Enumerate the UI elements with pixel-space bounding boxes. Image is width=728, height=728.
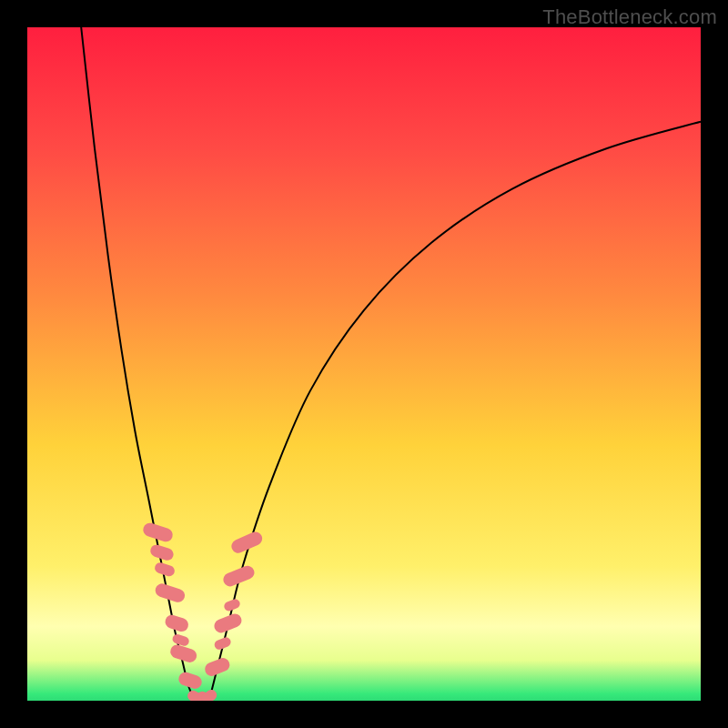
data-marker: [141, 521, 174, 543]
chart-svg: [27, 27, 701, 701]
data-marker: [164, 613, 190, 633]
chart-frame: TheBottleneck.com: [0, 0, 728, 728]
data-marker: [221, 564, 256, 589]
marker-group: [141, 521, 264, 701]
data-marker: [154, 581, 187, 603]
data-marker: [149, 543, 176, 562]
data-marker: [177, 671, 203, 691]
data-marker: [171, 633, 190, 648]
data-marker: [203, 656, 232, 678]
watermark-text: TheBottleneck.com: [542, 5, 717, 29]
chart-plot-area: [27, 27, 701, 701]
data-marker: [168, 643, 198, 664]
data-marker: [212, 612, 243, 634]
curve-right: [209, 122, 701, 701]
